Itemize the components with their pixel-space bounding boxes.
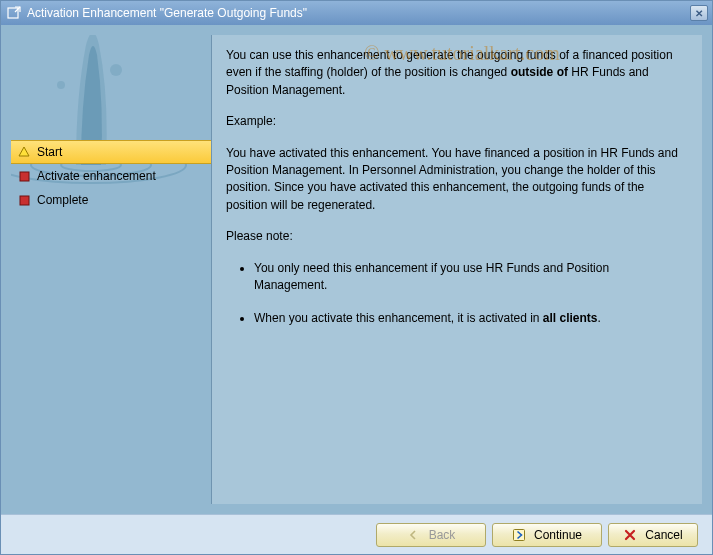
example-text: You have activated this enhancement. You… — [226, 145, 684, 215]
wizard-steps: Start Activate enhancement Complete — [11, 140, 211, 212]
step-complete[interactable]: Complete — [11, 188, 211, 212]
svg-rect-7 — [20, 196, 29, 205]
back-button[interactable]: Back — [376, 523, 486, 547]
note-item: You only need this enhancement if you us… — [254, 260, 684, 295]
button-label: Continue — [534, 528, 582, 542]
cancel-button[interactable]: Cancel — [608, 523, 698, 547]
step-label: Start — [37, 145, 62, 159]
window-title: Activation Enhancement "Generate Outgoin… — [27, 6, 684, 20]
window-icon — [7, 6, 21, 20]
note-label: Please note: — [226, 228, 684, 245]
intro-text-bold: outside of — [511, 65, 568, 79]
status-square-icon — [17, 169, 31, 183]
step-label: Complete — [37, 193, 88, 207]
svg-rect-6 — [20, 172, 29, 181]
note-list: You only need this enhancement if you us… — [254, 260, 684, 328]
step-label: Activate enhancement — [37, 169, 156, 183]
wizard-sidebar: Start Activate enhancement Complete — [11, 35, 211, 504]
status-square-icon — [17, 193, 31, 207]
note-text-bold: all clients — [543, 311, 598, 325]
continue-button[interactable]: Continue — [492, 523, 602, 547]
svg-point-4 — [110, 64, 122, 76]
intro-paragraph: You can use this enhancement to generate… — [226, 47, 684, 99]
dialog-window: Activation Enhancement "Generate Outgoin… — [0, 0, 713, 555]
note-text-pre: When you activate this enhancement, it i… — [254, 311, 543, 325]
cancel-x-icon — [623, 528, 637, 542]
button-bar: Back Continue Cancel — [1, 514, 712, 554]
button-label: Back — [429, 528, 456, 542]
step-start[interactable]: Start — [11, 140, 211, 164]
note-text-post: . — [598, 311, 601, 325]
titlebar: Activation Enhancement "Generate Outgoin… — [1, 1, 712, 25]
main-panel: © www.tutorialkart.com You can use this … — [211, 35, 702, 504]
svg-rect-9 — [513, 529, 524, 540]
svg-point-5 — [57, 81, 65, 89]
forward-arrow-icon — [512, 528, 526, 542]
example-label: Example: — [226, 113, 684, 130]
step-activate[interactable]: Activate enhancement — [11, 164, 211, 188]
button-label: Cancel — [645, 528, 682, 542]
warning-icon — [17, 145, 31, 159]
note-item: When you activate this enhancement, it i… — [254, 310, 684, 327]
svg-rect-0 — [8, 8, 18, 18]
content-area: Start Activate enhancement Complete © ww… — [1, 25, 712, 514]
close-button[interactable]: ✕ — [690, 5, 708, 21]
back-arrow-icon — [407, 528, 421, 542]
